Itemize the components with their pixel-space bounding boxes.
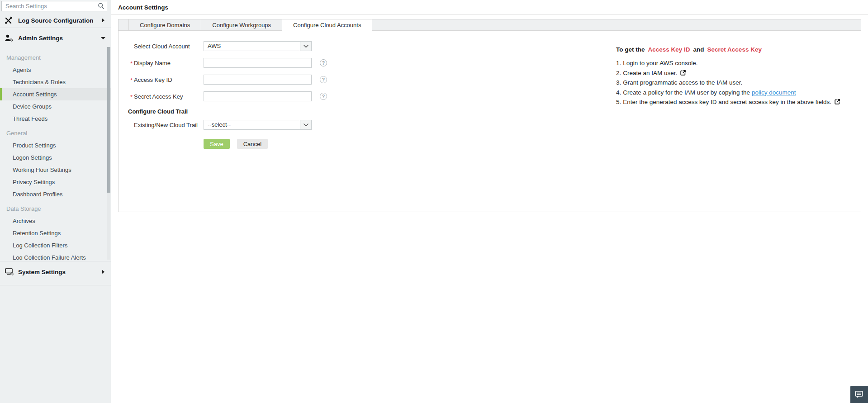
instructions-title: To get theAccess Key IDandSecret Access … xyxy=(616,46,840,53)
chat-button[interactable] xyxy=(850,386,868,403)
required-marker: * xyxy=(130,94,133,100)
scrollbar-thumb[interactable] xyxy=(107,47,110,193)
settings-sidebar: Log Source Configuration Admin Settings … xyxy=(0,0,111,403)
section-label-general: General xyxy=(0,127,111,139)
title-bar: Account Settings xyxy=(111,0,868,15)
access-key-id-highlight: Access Key ID xyxy=(648,46,690,53)
select-dropdown-button[interactable] xyxy=(300,42,311,51)
sidebar-item-threat-feeds[interactable]: Threat Feeds xyxy=(0,113,111,125)
sidebar-item-retention-settings[interactable]: Retention Settings xyxy=(0,227,111,239)
select-value: AWS xyxy=(204,42,300,51)
section-label-management: Management xyxy=(0,52,111,64)
cancel-button[interactable]: Cancel xyxy=(237,139,268,149)
tab-configure-domains[interactable]: Configure Domains xyxy=(128,19,201,30)
sidebar-item-admin-settings[interactable]: Admin Settings xyxy=(0,29,111,47)
policy-document-link[interactable]: policy document xyxy=(752,90,796,96)
sidebar-item-logon-settings[interactable]: Logon Settings xyxy=(0,152,111,164)
search-box xyxy=(1,1,107,11)
sidebar-item-privacy-settings[interactable]: Privacy Settings xyxy=(0,176,111,188)
tab-configure-cloud-accounts[interactable]: Configure Cloud Accounts xyxy=(282,19,372,31)
help-icon[interactable]: ? xyxy=(320,93,327,100)
divider xyxy=(0,28,111,28)
instruction-step: 3. Grant programmatic access to the IAM … xyxy=(616,80,840,90)
sidebar-scrollbar[interactable] xyxy=(107,47,110,260)
section-label-data-storage: Data Storage xyxy=(0,203,111,215)
save-button[interactable]: Save xyxy=(204,139,230,149)
sidebar-item-archives[interactable]: Archives xyxy=(0,215,111,227)
sidebar-item-system-settings[interactable]: System Settings xyxy=(0,264,111,280)
instruction-step: 1. Login to your AWS console. xyxy=(616,60,840,70)
access-key-id-field[interactable] xyxy=(204,75,312,85)
chat-icon xyxy=(855,390,863,398)
field-label: Select Cloud Account xyxy=(119,43,204,50)
required-marker: * xyxy=(130,77,133,84)
search-icon xyxy=(98,3,104,9)
aws-key-instructions: To get theAccess Key IDandSecret Access … xyxy=(616,46,840,109)
external-link-icon[interactable] xyxy=(834,99,840,105)
instruction-step: 5. Enter the generated access key ID and… xyxy=(616,99,840,109)
main-content: Account Settings Configure Domains Confi… xyxy=(111,0,868,403)
tab-configure-workgroups[interactable]: Configure Workgroups xyxy=(201,19,282,30)
sidebar-item-working-hour-settings[interactable]: Working Hour Settings xyxy=(0,164,111,176)
configure-cloud-trail-heading: Configure Cloud Trail xyxy=(128,108,861,115)
sidebar-item-device-groups[interactable]: Device Groups xyxy=(0,100,111,113)
sidebar-item-agents[interactable]: Agents xyxy=(0,64,111,76)
cloud-account-select[interactable]: AWS xyxy=(204,41,312,51)
secret-access-key-highlight: Secret Access Key xyxy=(707,46,762,53)
sidebar-item-account-settings[interactable]: Account Settings xyxy=(0,88,111,100)
tab-panel-body: Select Cloud Account AWS * xyxy=(119,31,861,212)
chevron-down-icon xyxy=(101,37,105,39)
sidebar-item-dashboard-profiles[interactable]: Dashboard Profiles xyxy=(0,188,111,200)
sidebar-item-label: Log Source Configuration xyxy=(18,17,94,24)
system-gear-icon xyxy=(5,268,14,276)
tools-icon xyxy=(5,16,13,24)
sidebar-scroll-area: Management Agents Technicians & Roles Ac… xyxy=(0,47,111,260)
account-settings-panel: Configure Domains Configure Workgroups C… xyxy=(118,19,861,212)
cloud-trail-select[interactable]: --select-- xyxy=(204,120,312,130)
help-icon[interactable]: ? xyxy=(320,76,327,83)
chevron-right-icon xyxy=(102,270,104,274)
field-label: * Display Name xyxy=(119,60,204,66)
sidebar-item-log-collection-filters[interactable]: Log Collection Filters xyxy=(0,239,111,251)
help-icon[interactable]: ? xyxy=(320,59,327,66)
page-title: Account Settings xyxy=(118,4,168,11)
chevron-right-icon xyxy=(102,19,104,22)
tab-bar: Configure Domains Configure Workgroups C… xyxy=(119,19,861,31)
divider xyxy=(0,261,111,261)
sidebar-item-log-source-configuration[interactable]: Log Source Configuration xyxy=(0,14,111,27)
instruction-step: 4. Create a policy for the IAM user by c… xyxy=(616,90,840,100)
field-label: * Secret Access Key xyxy=(119,93,204,100)
instruction-step: 2. Create an IAM user. xyxy=(616,70,840,80)
select-value: --select-- xyxy=(204,120,300,129)
sidebar-item-log-collection-failure-alerts[interactable]: Log Collection Failure Alerts xyxy=(0,251,111,260)
form-actions: Save Cancel xyxy=(119,139,861,149)
sidebar-item-label: Admin Settings xyxy=(18,35,63,42)
secret-access-key-field[interactable] xyxy=(204,91,312,101)
external-link-icon[interactable] xyxy=(680,70,686,76)
search-input[interactable] xyxy=(1,1,107,11)
required-marker: * xyxy=(130,60,133,67)
sidebar-item-technicians-roles[interactable]: Technicians & Roles xyxy=(0,76,111,88)
chevron-down-icon xyxy=(304,123,308,127)
form-row: Existing/New Cloud Trail --select-- xyxy=(119,120,861,130)
settings-page: Log Source Configuration Admin Settings … xyxy=(0,0,868,403)
divider xyxy=(0,285,111,285)
chevron-down-icon xyxy=(304,45,308,48)
field-label: Existing/New Cloud Trail xyxy=(119,122,204,128)
sidebar-item-product-settings[interactable]: Product Settings xyxy=(0,139,111,152)
sidebar-item-label: System Settings xyxy=(18,269,66,275)
display-name-field[interactable] xyxy=(204,58,312,68)
admin-user-gear-icon xyxy=(5,34,13,42)
select-dropdown-button[interactable] xyxy=(300,120,311,129)
field-label: * Access Key ID xyxy=(119,76,204,83)
